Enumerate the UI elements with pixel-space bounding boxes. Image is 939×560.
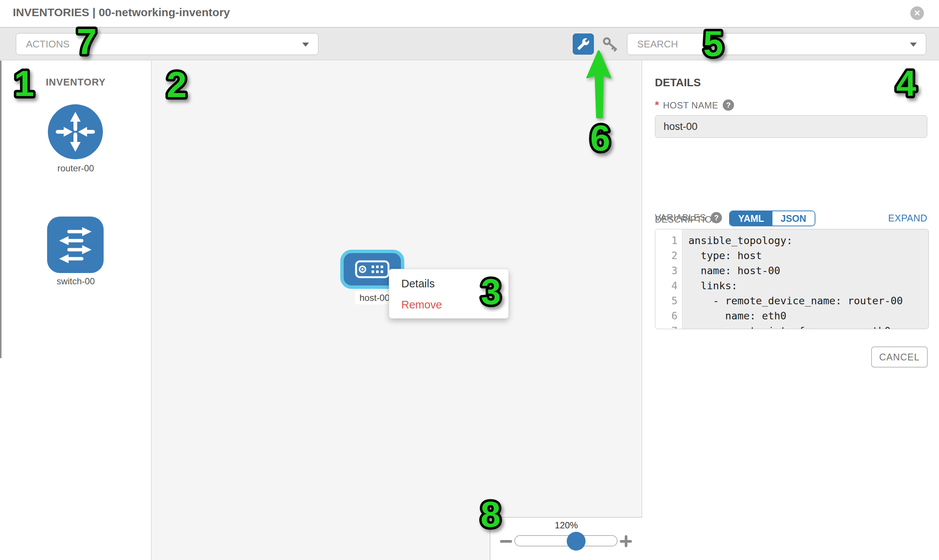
- tab-yaml[interactable]: YAML: [730, 211, 772, 226]
- expand-link[interactable]: EXPAND: [888, 213, 927, 224]
- tab-json[interactable]: JSON: [772, 211, 815, 226]
- cancel-button[interactable]: CANCEL: [871, 346, 928, 368]
- code-line: name: host-00: [688, 263, 928, 278]
- variables-code-editor[interactable]: 1 2 3 4 5 6 7 ansible_topology: type: ho…: [655, 229, 929, 329]
- details-heading: DETAILS: [655, 77, 701, 89]
- search-dropdown-label: SEARCH: [637, 34, 678, 55]
- context-menu-item-details[interactable]: Details: [389, 273, 508, 294]
- host-node-label: host-00: [355, 291, 394, 304]
- host-name-label: HOST NAME: [655, 99, 718, 111]
- editor-line-numbers: 1 2 3 4 5 6 7: [655, 229, 682, 329]
- help-icon[interactable]: ?: [723, 99, 734, 111]
- code-line: ansible_topology:: [688, 233, 928, 248]
- sidebar-scrollbar[interactable]: [0, 61, 2, 358]
- key-icon: [601, 36, 619, 53]
- code-line: - remote_device_name: router-00: [688, 293, 928, 308]
- palette-item-label: router-00: [0, 163, 151, 174]
- host-icon: [355, 260, 390, 278]
- palette-item-switch[interactable]: [47, 217, 103, 273]
- switch-icon: [47, 217, 103, 273]
- header: INVENTORIES | 00-networking-inventory ✕: [0, 0, 939, 27]
- search-dropdown[interactable]: SEARCH: [627, 33, 926, 55]
- palette-item-label: switch-00: [0, 276, 151, 286]
- page-title: INVENTORIES | 00-networking-inventory: [13, 6, 230, 19]
- variables-format-toggle: YAML JSON: [729, 211, 816, 226]
- variables-label: VARIABLES: [655, 212, 706, 223]
- toolbar: ACTIONS SEARCH: [0, 27, 939, 60]
- help-icon[interactable]: ?: [711, 212, 722, 223]
- inventory-sidebar: INVENTORY router-00: [0, 61, 151, 560]
- key-credentials-button[interactable]: [601, 36, 619, 53]
- actions-dropdown[interactable]: ACTIONS: [16, 33, 318, 55]
- editor-code-area[interactable]: ansible_topology: type: host name: host-…: [682, 229, 928, 329]
- code-line: remote_interface_name: eth0: [688, 323, 928, 329]
- details-panel: DETAILS HOST NAME ? host-00 DESCRIPTION …: [643, 61, 939, 560]
- host-name-label-row: HOST NAME ?: [655, 99, 734, 111]
- sidebar-heading: INVENTORY: [0, 77, 151, 88]
- zoom-slider-track[interactable]: [514, 535, 618, 546]
- variables-row: VARIABLES ? YAML JSON EXPAND: [655, 211, 927, 227]
- actions-dropdown-label: ACTIONS: [26, 34, 70, 55]
- close-icon: ✕: [914, 9, 920, 18]
- host-name-input[interactable]: host-00: [655, 115, 927, 138]
- router-icon: [47, 103, 103, 160]
- code-line: type: host: [688, 248, 928, 263]
- zoom-out-minus-icon[interactable]: [500, 540, 512, 543]
- chevron-down-icon: [302, 43, 309, 47]
- context-menu-item-remove[interactable]: Remove: [389, 294, 508, 315]
- zoom-control: 120%: [490, 517, 642, 560]
- zoom-slider-thumb[interactable]: [567, 532, 586, 551]
- chevron-down-icon: [910, 43, 917, 47]
- topology-canvas[interactable]: host-00 Details Remove 120%: [151, 61, 642, 560]
- palette-item-router[interactable]: [47, 103, 103, 160]
- zoom-in-plus-icon[interactable]: [620, 535, 632, 547]
- code-line: name: eth0: [688, 308, 928, 323]
- tools-button[interactable]: [573, 34, 594, 55]
- zoom-level-label: 120%: [490, 520, 643, 531]
- close-button[interactable]: ✕: [910, 6, 924, 20]
- code-line: links:: [688, 278, 928, 293]
- inventory-topology-app: INVENTORIES | 00-networking-inventory ✕ …: [0, 0, 939, 560]
- wrench-icon: [577, 38, 590, 51]
- context-menu: Details Remove: [389, 269, 509, 318]
